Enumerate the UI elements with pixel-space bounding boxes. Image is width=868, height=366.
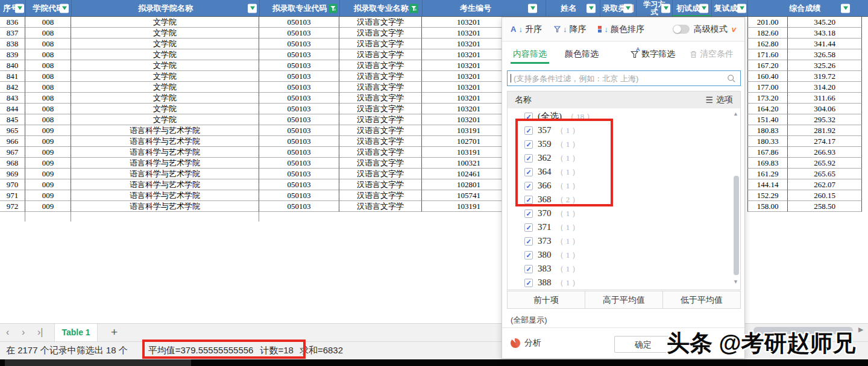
filter-dropdown-icon[interactable]	[60, 4, 69, 13]
cell[interactable]: 050103	[259, 39, 339, 49]
cell[interactable]: 295.32	[788, 114, 862, 125]
scroll-down-icon[interactable]: ▼	[733, 279, 738, 285]
cell[interactable]: 008	[25, 17, 71, 28]
ok-button[interactable]: 确定	[614, 336, 672, 353]
sheet-scroll-next-icon[interactable]: ›	[19, 324, 27, 342]
filter-dropdown-icon[interactable]	[737, 4, 746, 13]
cell[interactable]: 972	[0, 201, 25, 212]
cell[interactable]: 314.20	[788, 82, 862, 93]
filter-item[interactable]: ✓370（ 1 ）	[508, 206, 740, 220]
cell[interactable]: 050103	[259, 136, 339, 147]
cell[interactable]: 汉语言文字学	[339, 125, 422, 136]
cell[interactable]: 836	[0, 17, 25, 28]
cell[interactable]: 050103	[259, 82, 339, 93]
cell[interactable]: 843	[0, 93, 25, 104]
filter-funnel-icon[interactable]	[329, 4, 338, 13]
cell[interactable]: 258.50	[788, 201, 862, 212]
checkbox[interactable]: ✓	[524, 209, 533, 218]
cell[interactable]: 汉语言文字学	[339, 49, 422, 60]
column-header-study-mode[interactable]: 学习方式	[636, 0, 672, 16]
cell[interactable]: 050103	[259, 93, 339, 104]
cell[interactable]: 语言科学与艺术学院	[71, 125, 259, 136]
cell[interactable]: 161.29	[747, 169, 788, 179]
cell[interactable]: 文学院	[71, 28, 259, 39]
above-average-button[interactable]: 高于平均值	[585, 291, 663, 309]
cell[interactable]: 180.83	[747, 125, 788, 136]
cell[interactable]: 171.60	[747, 49, 788, 60]
cell[interactable]: 182.60	[747, 28, 788, 39]
cell[interactable]: 842	[0, 82, 25, 93]
cell[interactable]: 341.44	[788, 39, 862, 49]
top-ten-button[interactable]: 前十项	[507, 291, 585, 309]
cell[interactable]: 009	[25, 147, 71, 158]
filter-dropdown-icon[interactable]	[623, 4, 632, 13]
cell[interactable]: 050103	[259, 17, 339, 28]
cell[interactable]: 汉语言文字学	[339, 39, 422, 49]
cell[interactable]: 326.58	[788, 49, 862, 60]
cell[interactable]: 汉语言文字学	[339, 71, 422, 82]
sheet-tab-table1[interactable]: Table 1	[54, 324, 98, 342]
cell[interactable]: 167.20	[747, 60, 788, 71]
cell[interactable]: 164.20	[747, 104, 788, 114]
filter-item[interactable]: ✓371（ 1 ）	[508, 220, 740, 234]
cell[interactable]: 008	[25, 39, 71, 49]
cell[interactable]: 文学院	[71, 49, 259, 60]
options-button[interactable]: ☰ 选项	[705, 95, 733, 105]
cell[interactable]: 969	[0, 169, 25, 179]
filter-search-input[interactable]	[514, 71, 725, 85]
column-header-major-code[interactable]: 拟录取专业代码	[259, 0, 339, 16]
cell[interactable]: 008	[25, 28, 71, 39]
cell[interactable]: 文学院	[71, 104, 259, 114]
cell[interactable]: 050103	[259, 201, 339, 212]
filter-dropdown-icon[interactable]	[15, 4, 24, 13]
cell[interactable]: 009	[25, 190, 71, 201]
cell[interactable]: 文学院	[71, 60, 259, 71]
cell[interactable]: 009	[25, 125, 71, 136]
cell[interactable]: 050103	[259, 158, 339, 169]
sort-descending-button[interactable]: ↓ 降序	[554, 24, 587, 35]
cell[interactable]: 968	[0, 158, 25, 169]
cell[interactable]: 844	[0, 104, 25, 114]
cell[interactable]: 009	[25, 169, 71, 179]
cell[interactable]: 语言科学与艺术学院	[71, 158, 259, 169]
cell[interactable]: 汉语言文字学	[339, 169, 422, 179]
cell[interactable]: 050103	[259, 179, 339, 190]
checkbox[interactable]: ✓	[524, 265, 533, 273]
cell[interactable]: 180.33	[747, 136, 788, 147]
cell[interactable]: 169.83	[747, 158, 788, 169]
sort-by-color-button[interactable]: ↓ 颜色排序	[598, 24, 644, 35]
cell[interactable]: 文学院	[71, 114, 259, 125]
cell[interactable]: 009	[25, 179, 71, 190]
cell[interactable]: 325.26	[788, 60, 862, 71]
checkbox[interactable]: ✓	[524, 237, 533, 246]
cell[interactable]: 文学院	[71, 17, 259, 28]
add-sheet-button[interactable]: +	[107, 324, 121, 342]
number-filter-button[interactable]: A 数字筛选	[631, 49, 675, 60]
cell[interactable]: 文学院	[71, 93, 259, 104]
cell[interactable]: 语言科学与艺术学院	[71, 147, 259, 158]
cell[interactable]: 汉语言文字学	[339, 190, 422, 201]
cell[interactable]: 319.72	[788, 71, 862, 82]
tab-content-filter[interactable]: 内容筛选	[513, 42, 547, 67]
cell[interactable]: 汉语言文字学	[339, 201, 422, 212]
cell[interactable]: 汉语言文字学	[339, 28, 422, 39]
cell[interactable]: 语言科学与艺术学院	[71, 169, 259, 179]
cell[interactable]: 274.17	[788, 136, 862, 147]
cell[interactable]: 837	[0, 28, 25, 39]
cell[interactable]: 008	[25, 114, 71, 125]
cell[interactable]: 260.15	[788, 190, 862, 201]
cell[interactable]: 162.80	[747, 39, 788, 49]
cell[interactable]: 965	[0, 125, 25, 136]
cell[interactable]: 167.86	[747, 147, 788, 158]
cell[interactable]: 971	[0, 190, 25, 201]
cell[interactable]: 839	[0, 49, 25, 60]
cell[interactable]: 009	[25, 201, 71, 212]
filter-funnel-icon[interactable]	[409, 4, 418, 13]
cell[interactable]: 152.29	[747, 190, 788, 201]
cell[interactable]: 343.18	[788, 28, 862, 39]
cell[interactable]: 158.00	[747, 201, 788, 212]
column-header-admission-type[interactable]: 录取类别	[600, 0, 636, 16]
cell[interactable]: 304.06	[788, 104, 862, 114]
cell[interactable]: 838	[0, 39, 25, 49]
cell[interactable]: 汉语言文字学	[339, 93, 422, 104]
